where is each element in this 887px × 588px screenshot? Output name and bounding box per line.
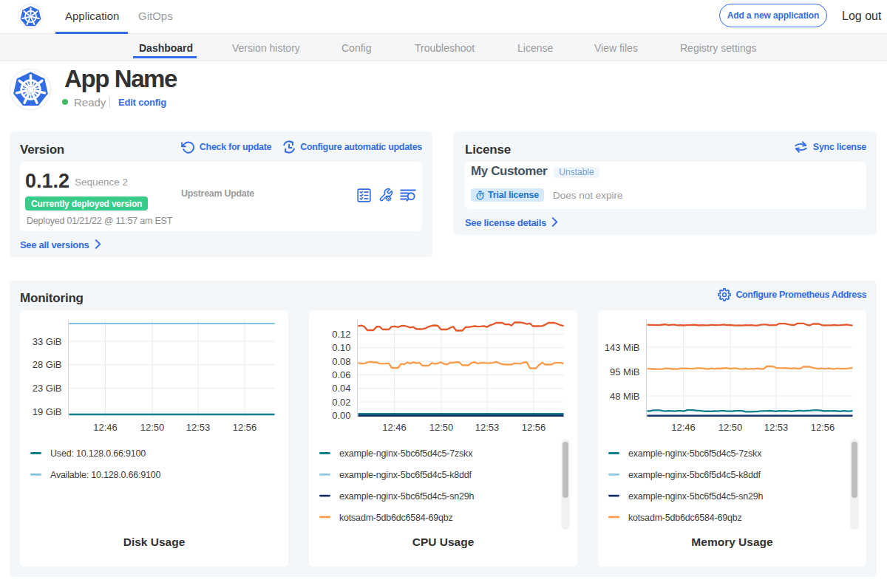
svg-text:33 GiB: 33 GiB xyxy=(33,336,62,347)
svg-text:28 GiB: 28 GiB xyxy=(33,359,62,370)
svg-text:example-nginx-5bc6f5d4c5-sn29h: example-nginx-5bc6f5d4c5-sn29h xyxy=(628,491,764,502)
svg-text:12:53: 12:53 xyxy=(475,422,500,433)
svg-text:143 MiB: 143 MiB xyxy=(605,342,640,353)
svg-text:example-nginx-5bc6f5d4c5-k8ddf: example-nginx-5bc6f5d4c5-k8ddf xyxy=(628,470,761,480)
svg-text:12:50: 12:50 xyxy=(429,422,454,433)
svg-text:0.06: 0.06 xyxy=(332,369,350,380)
svg-text:19 GiB: 19 GiB xyxy=(33,406,62,417)
svg-text:0.00: 0.00 xyxy=(332,410,350,421)
svg-text:12:46: 12:46 xyxy=(671,422,696,433)
svg-text:12:53: 12:53 xyxy=(764,422,789,433)
svg-text:23 GiB: 23 GiB xyxy=(33,383,62,394)
svg-text:12:56: 12:56 xyxy=(233,422,257,433)
svg-text:95 MiB: 95 MiB xyxy=(610,366,639,377)
svg-text:12:46: 12:46 xyxy=(382,422,407,433)
svg-text:CPU Usage: CPU Usage xyxy=(412,536,475,548)
svg-text:Used: 10.128.0.66:9100: Used: 10.128.0.66:9100 xyxy=(50,448,146,459)
svg-text:12:50: 12:50 xyxy=(718,422,743,433)
svg-text:12:56: 12:56 xyxy=(811,422,835,433)
svg-text:12:56: 12:56 xyxy=(522,422,546,433)
svg-text:example-nginx-5bc6f5d4c5-7zskx: example-nginx-5bc6f5d4c5-7zskx xyxy=(628,448,762,459)
svg-text:kotsadm-5db6dc6584-69qbz: kotsadm-5db6dc6584-69qbz xyxy=(339,513,453,523)
svg-text:0.08: 0.08 xyxy=(332,356,350,367)
svg-text:0.02: 0.02 xyxy=(332,397,350,408)
svg-text:Disk Usage: Disk Usage xyxy=(123,536,186,548)
svg-text:example-nginx-5bc6f5d4c5-k8ddf: example-nginx-5bc6f5d4c5-k8ddf xyxy=(339,470,472,480)
svg-text:Memory Usage: Memory Usage xyxy=(691,536,773,548)
svg-text:12:53: 12:53 xyxy=(186,422,211,433)
svg-text:0.12: 0.12 xyxy=(332,329,350,340)
svg-text:0.04: 0.04 xyxy=(332,383,350,394)
svg-text:kotsadm-5db6dc6584-69qbz: kotsadm-5db6dc6584-69qbz xyxy=(628,513,742,523)
svg-text:example-nginx-5bc6f5d4c5-7zskx: example-nginx-5bc6f5d4c5-7zskx xyxy=(339,448,473,459)
svg-text:example-nginx-5bc6f5d4c5-sn29h: example-nginx-5bc6f5d4c5-sn29h xyxy=(339,491,475,502)
svg-text:12:46: 12:46 xyxy=(93,422,118,433)
svg-text:12:50: 12:50 xyxy=(140,422,165,433)
svg-text:0.10: 0.10 xyxy=(332,342,350,353)
svg-text:Available: 10.128.0.66:9100: Available: 10.128.0.66:9100 xyxy=(50,470,161,480)
svg-text:48 MiB: 48 MiB xyxy=(610,391,639,402)
